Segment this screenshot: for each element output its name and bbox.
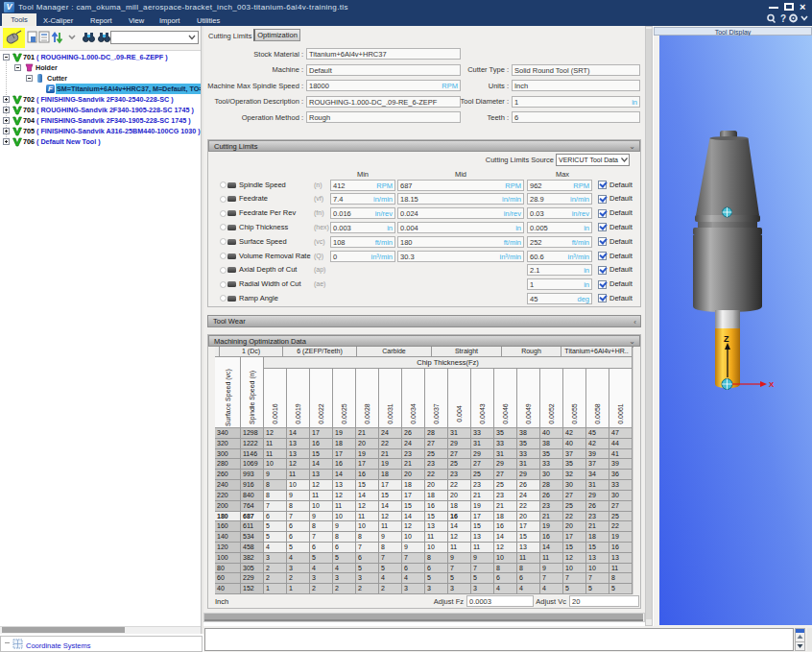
svg-text:X: X <box>769 380 775 389</box>
svg-text:?: ? <box>780 13 786 24</box>
svg-text:Z: Z <box>724 334 729 344</box>
